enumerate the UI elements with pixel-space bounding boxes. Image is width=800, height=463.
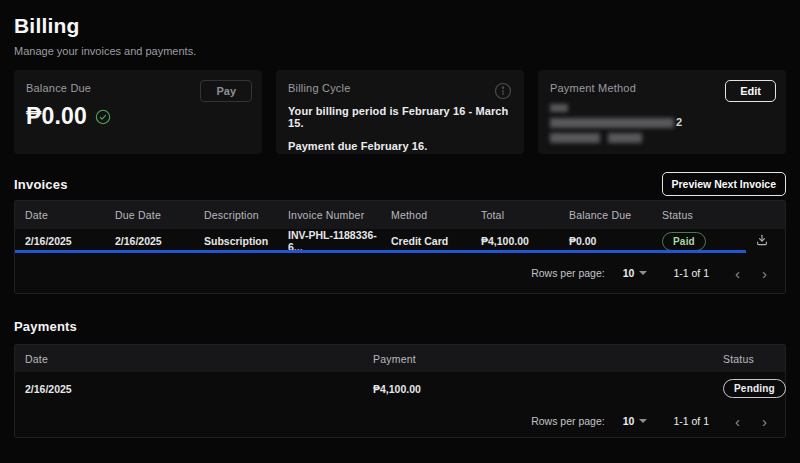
payments-table: Date Payment Status 2/16/2025 ₱4,100.00 … [14,344,786,438]
rows-per-page-select[interactable]: 10 [623,415,648,427]
col-invoice-number: Invoice Number [288,209,391,221]
download-invoice-icon[interactable] [755,233,769,247]
payment-date: 2/16/2025 [25,383,373,395]
col-balance-due: Balance Due [569,209,662,221]
invoice-method: Credit Card [391,235,481,247]
status-badge-paid: Paid [662,232,706,251]
page-title: Billing [14,14,786,38]
preview-next-invoice-button[interactable]: Preview Next Invoice [662,172,786,196]
summary-cards: Balance Due Pay ₱0.00 Billing Cycle Your… [14,70,786,154]
col-payment: Payment [373,353,723,365]
payments-table-header: Date Payment Status [15,345,785,372]
billing-page: Billing Manage your invoices and payment… [0,0,800,463]
rows-per-page-label: Rows per page: [531,267,605,279]
balance-due-card: Balance Due Pay ₱0.00 [14,70,262,154]
rows-per-page-label: Rows per page: [531,415,605,427]
invoice-row-wrap: 2/16/2025 2/16/2025 Subscription INV-PHL… [15,229,785,253]
invoice-total: ₱4,100.00 [481,235,569,247]
payment-method-card: Payment Method Edit 2 [538,70,786,154]
check-circle-icon [95,109,111,125]
balance-amount: ₱0.00 [26,103,87,130]
prev-page-button[interactable]: ‹ [735,414,740,429]
invoices-table: Date Due Date Description Invoice Number… [14,200,786,294]
col-payment-date: Date [25,353,373,365]
invoice-description: Subscription [204,235,288,247]
billing-period-text: Your billing period is February 16 - Mar… [288,105,512,129]
col-total: Total [481,209,569,221]
chevron-down-icon [639,419,647,423]
active-row-underline [15,250,746,253]
redacted-card-info: 2 [550,102,774,143]
col-payment-status: Status [723,353,775,365]
invoice-due-date: 2/16/2025 [115,235,204,247]
page-subtitle: Manage your invoices and payments. [14,45,786,57]
invoices-pagination: Rows per page: 10 1-1 of 1 ‹ › [15,253,785,293]
col-status: Status [662,209,742,221]
page-range: 1-1 of 1 [673,267,709,279]
invoices-table-header: Date Due Date Description Invoice Number… [15,201,785,229]
page-range: 1-1 of 1 [673,415,709,427]
payment-due-text: Payment due February 16. [288,140,512,152]
payment-amount: ₱4,100.00 [373,383,723,395]
prev-page-button[interactable]: ‹ [735,266,740,281]
status-badge-pending: Pending [723,379,786,398]
billing-cycle-label: Billing Cycle [288,82,512,94]
pay-button[interactable]: Pay [200,80,252,102]
next-page-button[interactable]: › [762,414,767,429]
next-page-button[interactable]: › [762,266,767,281]
col-date: Date [25,209,115,221]
invoice-balance-due: ₱0.00 [569,235,662,247]
payments-pagination: Rows per page: 10 1-1 of 1 ‹ › [15,405,785,437]
payments-header: Payments [14,318,786,334]
card-last-digit: 2 [676,116,682,128]
invoices-header: Invoices Preview Next Invoice [14,173,786,195]
col-method: Method [391,209,481,221]
payments-title: Payments [14,319,77,334]
invoices-title: Invoices [14,177,68,192]
billing-cycle-card: Billing Cycle Your billing period is Feb… [276,70,524,154]
chevron-down-icon [639,271,647,275]
col-due-date: Due Date [115,209,204,221]
edit-payment-method-button[interactable]: Edit [725,80,776,102]
col-description: Description [204,209,288,221]
info-icon[interactable] [494,82,512,104]
invoice-date: 2/16/2025 [25,235,115,247]
rows-per-page-select[interactable]: 10 [623,267,648,279]
payment-table-row[interactable]: 2/16/2025 ₱4,100.00 Pending [15,372,785,405]
